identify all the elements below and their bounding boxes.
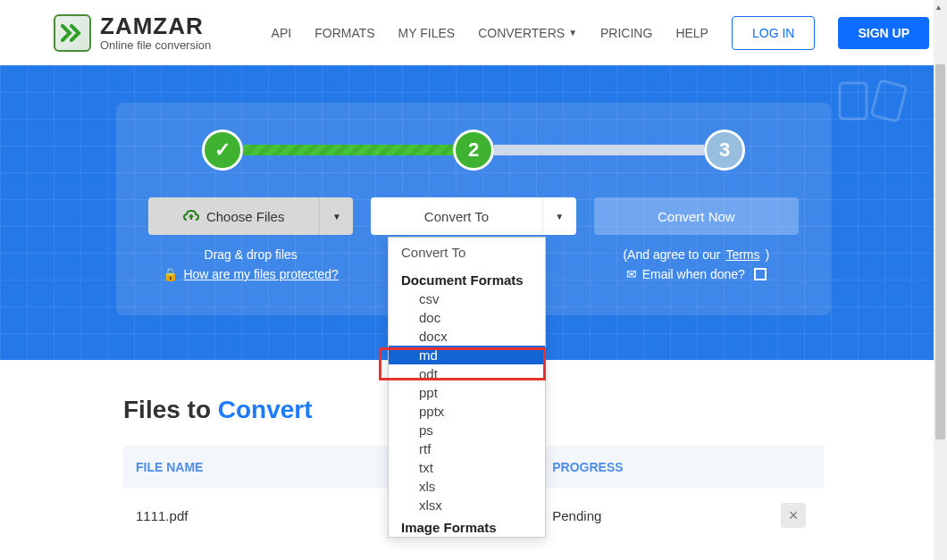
convert-to-group: Convert To ▼ xyxy=(371,197,575,235)
format-odt[interactable]: odt xyxy=(389,364,545,383)
email-line: ✉ Email when done? xyxy=(594,267,799,281)
signup-button[interactable]: SIGN UP xyxy=(838,17,929,49)
format-xlsx[interactable]: xlsx xyxy=(389,496,545,514)
login-button[interactable]: LOG IN xyxy=(732,16,815,50)
delete-file-button[interactable]: × xyxy=(781,503,806,528)
lock-icon: 🔒 xyxy=(163,267,178,281)
svg-rect-0 xyxy=(840,83,867,119)
chevron-down-icon: ▼ xyxy=(555,212,564,221)
nav-myfiles[interactable]: MY FILES xyxy=(398,26,456,40)
choose-files-button[interactable]: Choose Files xyxy=(148,197,319,235)
convert-now-col: Convert Now (And agree to our Terms) ✉ E… xyxy=(594,197,799,287)
brand-tagline: Online file conversion xyxy=(100,39,211,51)
step-3: 3 xyxy=(704,130,745,171)
dropdown-group-documents: Document Formats xyxy=(389,267,545,289)
svg-rect-1 xyxy=(871,80,906,121)
deco-icon xyxy=(831,74,911,128)
dropdown-group-images: Image Formats xyxy=(389,514,545,537)
chevron-down-icon: ▼ xyxy=(332,212,341,221)
scroll-up-icon: ▴ xyxy=(936,2,941,12)
step-2: 2 xyxy=(453,130,494,171)
format-md[interactable]: md xyxy=(389,346,545,364)
brand-name: ZAMZAR xyxy=(100,14,211,38)
drag-drop-text: Drag & drop files xyxy=(148,247,353,262)
format-txt[interactable]: txt xyxy=(389,458,545,477)
step-bar-2 xyxy=(494,145,704,155)
format-docx[interactable]: docx xyxy=(389,327,545,346)
progress-steps: ✓ 2 3 xyxy=(148,130,799,171)
nav-pricing[interactable]: PRICING xyxy=(600,26,652,40)
format-csv[interactable]: csv xyxy=(389,289,545,308)
step-1: ✓ xyxy=(202,130,243,171)
nav-formats[interactable]: FORMATS xyxy=(314,26,374,40)
protected-link[interactable]: How are my files protected? xyxy=(183,267,339,281)
header: ZAMZAR Online file conversion API FORMAT… xyxy=(0,0,947,65)
logo[interactable]: ZAMZAR Online file conversion xyxy=(54,14,211,52)
format-dropdown: Convert To Document Formats csv doc docx… xyxy=(388,237,546,538)
page-scrollbar[interactable]: ▴ xyxy=(934,0,947,560)
terms-link[interactable]: Terms xyxy=(725,247,759,262)
format-ps[interactable]: ps xyxy=(389,421,545,439)
convert-now-group: Convert Now xyxy=(594,197,799,235)
choose-files-caret[interactable]: ▼ xyxy=(319,197,353,235)
choose-col: Choose Files ▼ Drag & drop files 🔒 How a… xyxy=(148,197,353,287)
nav: API FORMATS MY FILES CONVERTERS▼ PRICING… xyxy=(272,16,929,50)
protected-line: 🔒 How are my files protected? xyxy=(148,267,353,281)
scrollbar-thumb[interactable] xyxy=(935,64,945,439)
file-progress: Pending xyxy=(552,508,775,523)
convert-to-button[interactable]: Convert To xyxy=(371,197,541,235)
format-ppt[interactable]: ppt xyxy=(389,383,545,402)
nav-converters[interactable]: CONVERTERS▼ xyxy=(478,26,577,40)
convert-now-button[interactable]: Convert Now xyxy=(594,197,799,235)
format-rtf[interactable]: rtf xyxy=(389,439,545,458)
chevron-down-icon: ▼ xyxy=(568,28,577,38)
choose-files-group: Choose Files ▼ xyxy=(148,197,353,235)
nav-help[interactable]: HELP xyxy=(675,26,708,40)
dropdown-title: Convert To xyxy=(389,238,545,267)
step-bar-1 xyxy=(243,145,453,155)
logo-text: ZAMZAR Online file conversion xyxy=(100,14,211,51)
logo-icon xyxy=(54,14,91,52)
format-doc[interactable]: doc xyxy=(389,308,545,327)
format-pptx[interactable]: pptx xyxy=(389,402,545,421)
terms-line: (And agree to our Terms) xyxy=(594,247,799,262)
cloud-upload-icon xyxy=(183,209,199,223)
nav-api[interactable]: API xyxy=(272,26,292,40)
mail-icon: ✉ xyxy=(626,267,637,281)
dropdown-scroll[interactable]: Convert To Document Formats csv doc docx… xyxy=(389,238,545,537)
email-checkbox[interactable] xyxy=(754,268,767,280)
format-xls[interactable]: xls xyxy=(389,477,545,496)
col-progress: PROGRESS xyxy=(552,460,775,474)
convert-to-caret[interactable]: ▼ xyxy=(542,197,576,235)
